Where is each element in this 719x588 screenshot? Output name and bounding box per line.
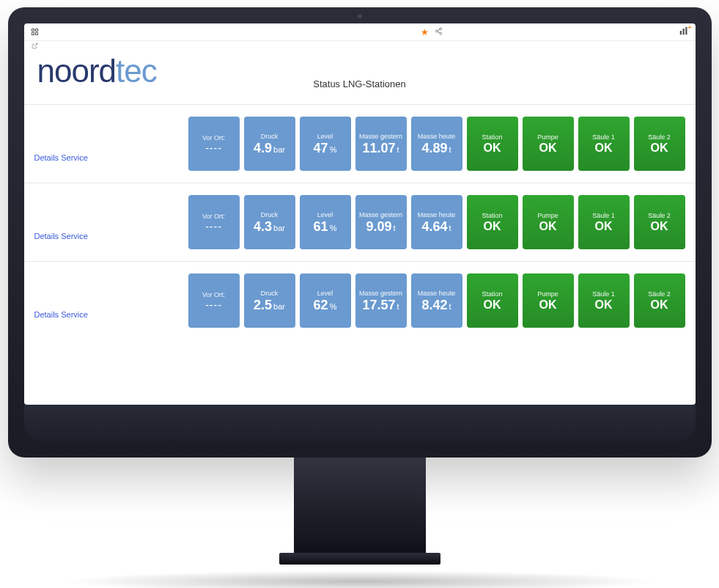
tile-station[interactable]: StationOK xyxy=(467,195,518,249)
tile-label: Vor Ort: xyxy=(202,134,225,142)
tile-masse-heute[interactable]: Masse heute4.64 t xyxy=(411,195,462,249)
tile-druck[interactable]: Druck4.3 bar xyxy=(244,195,295,249)
tile-label: Level xyxy=(317,133,333,140)
tile-pumpe[interactable]: PumpeOK xyxy=(523,273,574,328)
tile-saeule-2[interactable]: Säule 2OK xyxy=(634,117,685,171)
tile-masse-gestern[interactable]: Masse gestern9.09 t xyxy=(355,195,407,249)
details-service-link[interactable]: Details Service xyxy=(34,204,188,240)
tile-value: 9.09 t xyxy=(366,220,395,233)
tile-label: Säule 2 xyxy=(648,212,671,219)
tile-vor-ort[interactable]: Vor Ort:---- xyxy=(188,195,240,249)
tile-value: OK xyxy=(484,221,501,232)
tile-label: Säule 1 xyxy=(592,290,615,298)
tile-masse-gestern[interactable]: Masse gestern11.07 t xyxy=(355,117,407,171)
tile-pumpe[interactable]: PumpeOK xyxy=(523,117,574,171)
tile-level[interactable]: Level47% xyxy=(300,117,351,171)
tile-group: Vor Ort:----Druck4.9 barLevel47%Masse ge… xyxy=(188,117,685,171)
tile-level[interactable]: Level61% xyxy=(300,195,351,249)
tile-label: Vor Ort: xyxy=(202,291,225,298)
tile-value: OK xyxy=(595,221,613,232)
tile-value: 4.9 bar xyxy=(254,142,285,155)
tile-value: OK xyxy=(539,142,557,154)
svg-line-3 xyxy=(438,29,440,31)
tile-value: OK xyxy=(651,142,668,154)
header-area: noordtec Status LNG-Stationen xyxy=(24,52,696,100)
station-row: Details ServiceVor Ort:----Druck4.3 barL… xyxy=(24,188,696,257)
tile-label: Station xyxy=(482,133,502,141)
tile-label: Station xyxy=(482,212,502,219)
tile-saeule-1[interactable]: Säule 1OK xyxy=(578,195,630,249)
tile-saeule-1[interactable]: Säule 1OK xyxy=(578,117,630,171)
tile-druck[interactable]: Druck2.5 bar xyxy=(244,273,295,328)
tile-saeule-1[interactable]: Säule 1OK xyxy=(578,273,630,328)
tile-value: 8.42 t xyxy=(421,298,451,312)
grid-view-icon[interactable] xyxy=(32,29,38,35)
tile-label: Level xyxy=(317,211,333,218)
divider xyxy=(24,104,696,105)
tile-value: 61% xyxy=(314,220,337,233)
tile-group: Vor Ort:----Druck4.3 barLevel61%Masse ge… xyxy=(188,195,685,249)
svg-line-4 xyxy=(438,32,440,33)
tile-masse-gestern[interactable]: Masse gestern17.57 t xyxy=(355,273,407,328)
camera-dot xyxy=(358,14,362,18)
tile-value: 17.57 t xyxy=(362,298,399,312)
tile-saeule-2[interactable]: Säule 2OK xyxy=(634,195,685,249)
stations-list: Details ServiceVor Ort:----Druck4.9 barL… xyxy=(24,109,696,335)
tile-level[interactable]: Level62% xyxy=(300,273,351,328)
tile-label: Druck xyxy=(261,133,279,140)
tile-value: OK xyxy=(595,142,613,154)
tile-masse-heute[interactable]: Masse heute4.89 t xyxy=(411,117,462,171)
divider xyxy=(24,183,696,183)
tile-value: OK xyxy=(484,299,501,311)
tile-saeule-2[interactable]: Säule 2OK xyxy=(634,273,685,328)
tile-value: 11.07 t xyxy=(362,142,399,155)
add-chart-icon[interactable]: + xyxy=(679,26,688,37)
tile-station[interactable]: StationOK xyxy=(467,273,518,328)
tile-value: 4.3 bar xyxy=(254,220,285,233)
tile-label: Masse heute xyxy=(418,290,456,297)
tile-vor-ort[interactable]: Vor Ort:---- xyxy=(188,273,240,328)
share-icon[interactable] xyxy=(435,27,443,37)
logo-part2: tec xyxy=(116,53,157,89)
tile-value: 2.5 bar xyxy=(254,298,285,312)
svg-point-1 xyxy=(435,30,438,32)
divider xyxy=(24,261,696,262)
tile-value: ---- xyxy=(205,300,222,310)
station-row: Details ServiceVor Ort:----Druck2.5 barL… xyxy=(24,266,696,335)
tile-value: OK xyxy=(484,142,501,154)
tile-druck[interactable]: Druck4.9 bar xyxy=(244,117,295,171)
tile-value: OK xyxy=(651,221,668,232)
tile-value: OK xyxy=(595,299,613,311)
svg-rect-6 xyxy=(682,29,684,34)
tile-label: Vor Ort: xyxy=(202,213,225,220)
tile-label: Druck xyxy=(261,290,279,297)
svg-point-2 xyxy=(440,32,442,34)
tile-value: OK xyxy=(539,221,557,232)
tile-label: Level xyxy=(317,290,333,297)
tile-label: Masse heute xyxy=(418,133,456,140)
tile-value: 62% xyxy=(314,298,337,312)
monitor-bezel: ★ + noordtec Status LNG-Stationen xyxy=(8,7,712,457)
details-service-link[interactable]: Details Service xyxy=(34,125,188,162)
tile-label: Pumpe xyxy=(537,212,558,219)
station-row: Details ServiceVor Ort:----Druck4.9 barL… xyxy=(24,109,696,178)
tile-label: Pumpe xyxy=(537,290,558,298)
monitor-frame: ★ + noordtec Status LNG-Stationen xyxy=(8,7,712,588)
favorite-icon[interactable]: ★ xyxy=(421,27,429,37)
tile-label: Masse gestern xyxy=(359,133,402,140)
tile-pumpe[interactable]: PumpeOK xyxy=(523,195,574,249)
tile-value: OK xyxy=(539,299,557,311)
tile-label: Masse heute xyxy=(418,211,456,218)
edit-icon-row[interactable] xyxy=(24,41,696,52)
tile-label: Säule 1 xyxy=(592,133,615,141)
tile-vor-ort[interactable]: Vor Ort:---- xyxy=(188,117,240,171)
tile-label: Station xyxy=(482,290,502,298)
tile-masse-heute[interactable]: Masse heute8.42 t xyxy=(411,273,462,328)
tile-value: ---- xyxy=(205,221,222,232)
tile-value: ---- xyxy=(205,143,222,153)
tile-station[interactable]: StationOK xyxy=(467,117,518,171)
details-service-link[interactable]: Details Service xyxy=(34,282,188,319)
logo-part1: noord xyxy=(37,53,117,89)
monitor-shadow xyxy=(59,570,660,588)
topbar: ★ + xyxy=(24,23,696,41)
